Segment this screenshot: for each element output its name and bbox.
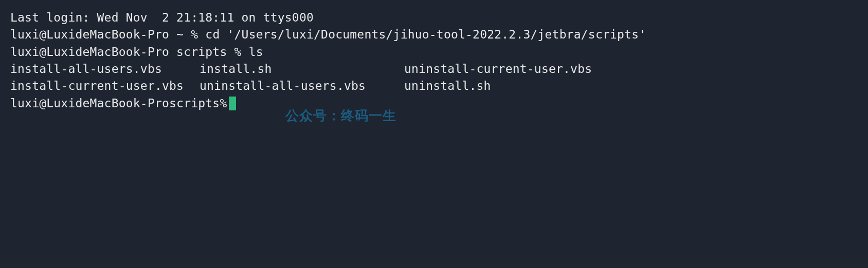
prompt-symbol: % — [220, 95, 227, 112]
list-item: uninstall-all-users.vbs — [200, 78, 404, 94]
cursor-icon — [229, 97, 236, 110]
prompt-dir: scripts — [176, 45, 227, 59]
list-item: uninstall-current-user.vbs — [404, 61, 858, 78]
ls-output: install-all-users.vbs install.sh uninsta… — [10, 61, 858, 95]
list-item: install-current-user.vbs — [10, 78, 200, 94]
list-item: install.sh — [200, 61, 404, 78]
prompt-symbol: % — [234, 45, 242, 59]
list-item: install-all-users.vbs — [10, 61, 200, 78]
prompt-symbol: % — [191, 28, 198, 41]
prompt-dir: ~ — [176, 28, 184, 41]
command-cd: cd '/Users/luxi/Documents/jihuo-tool-202… — [205, 28, 646, 41]
prompt-line-3[interactable]: luxi@LuxideMacBook-Pro scripts % — [10, 95, 858, 112]
last-login-text: Last login: Wed Nov 2 21:18:11 on ttys00… — [10, 11, 314, 24]
last-login-line: Last login: Wed Nov 2 21:18:11 on ttys00… — [10, 9, 858, 26]
prompt-userhost: luxi@LuxideMacBook-Pro — [10, 45, 169, 59]
prompt-userhost: luxi@LuxideMacBook-Pro — [10, 28, 169, 41]
prompt-line-2: luxi@LuxideMacBook-Pro scripts % ls — [10, 44, 858, 61]
command-ls: ls — [249, 45, 263, 59]
prompt-line-1: luxi@LuxideMacBook-Pro ~ % cd '/Users/lu… — [10, 26, 858, 43]
prompt-dir: scripts — [169, 95, 220, 112]
prompt-userhost: luxi@LuxideMacBook-Pro — [10, 95, 169, 112]
list-item: uninstall.sh — [404, 78, 858, 94]
